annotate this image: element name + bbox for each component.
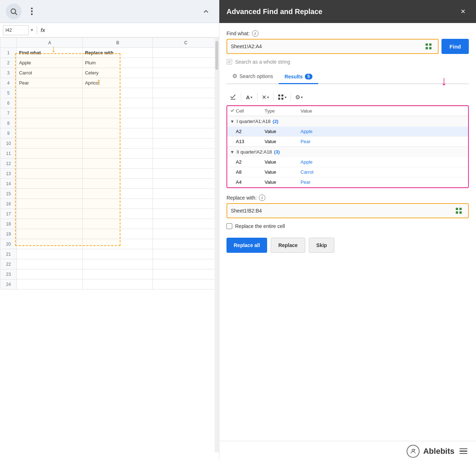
cell-b22[interactable] — [83, 259, 153, 269]
more-options-button[interactable] — [26, 6, 37, 17]
result-row-g2-a4[interactable]: A4 Value Pear — [227, 177, 468, 187]
cell-b12[interactable] — [83, 159, 153, 169]
table-row[interactable]: 1Find whatReplace with — [0, 48, 219, 58]
cell-a17[interactable] — [17, 209, 83, 219]
cell-b16[interactable] — [83, 199, 153, 209]
cell-c18[interactable] — [153, 219, 219, 229]
table-row[interactable]: 6 — [0, 98, 219, 108]
table-row[interactable]: 15 — [0, 189, 219, 199]
cell-b17[interactable] — [83, 209, 153, 219]
result-row-g1-a13[interactable]: A13 Value Pear — [227, 137, 468, 146]
cell-c7[interactable] — [153, 108, 219, 118]
table-row[interactable]: 4PearApricot — [0, 78, 219, 88]
font-color-btn[interactable]: A ▾ — [243, 91, 256, 104]
table-row[interactable]: 10 — [0, 138, 219, 149]
grid-view-btn[interactable]: ▾ — [275, 91, 289, 104]
cell-c13[interactable] — [153, 169, 219, 179]
cell-b11[interactable] — [83, 149, 153, 159]
cell-c5[interactable] — [153, 88, 219, 98]
cell-a6[interactable] — [17, 98, 83, 108]
table-row[interactable]: 12 — [0, 159, 219, 169]
table-row[interactable]: 2ApplePlum — [0, 58, 219, 68]
table-row[interactable]: 20 — [0, 239, 219, 249]
table-row[interactable]: 5 — [0, 88, 219, 98]
cell-c14[interactable] — [153, 179, 219, 189]
cell-b23[interactable] — [83, 269, 153, 279]
cell-reference-box[interactable]: I42 — [3, 25, 29, 35]
cell-b20[interactable] — [83, 239, 153, 249]
search-whole-string-checkbox[interactable]: ✓ — [226, 59, 232, 65]
cell-b13[interactable] — [83, 169, 153, 179]
table-row[interactable]: 22 — [0, 259, 219, 269]
cell-a18[interactable] — [17, 219, 83, 229]
cell-b19[interactable] — [83, 229, 153, 239]
cell-b18[interactable] — [83, 219, 153, 229]
results-group-1-header[interactable]: ▼ I quarter!A1:A18 (2) — [227, 116, 468, 127]
replace-button[interactable]: Replace — [271, 238, 305, 253]
cell-a4[interactable]: Pear — [17, 78, 83, 88]
cell-c23[interactable] — [153, 269, 219, 279]
table-row[interactable]: 23 — [0, 269, 219, 279]
cell-a12[interactable] — [17, 159, 83, 169]
result-row-g1-a2[interactable]: A2 Value Apple — [227, 127, 468, 137]
cell-b4[interactable]: Apricot — [83, 78, 153, 88]
cell-b3[interactable]: Celery — [83, 68, 153, 78]
result-row-g2-a8[interactable]: A8 Value Carrot — [227, 167, 468, 177]
spreadsheet-table[interactable]: A B C 1Find whatReplace with2ApplePlum3C… — [0, 37, 219, 289]
cell-c2[interactable] — [153, 58, 219, 68]
replace-entire-cell-checkbox[interactable] — [226, 223, 232, 229]
cell-c17[interactable] — [153, 209, 219, 219]
cell-c11[interactable] — [153, 149, 219, 159]
replace-grid-icon-btn[interactable] — [453, 205, 464, 216]
cell-c8[interactable] — [153, 118, 219, 128]
table-row[interactable]: 9 — [0, 128, 219, 138]
cell-c21[interactable] — [153, 249, 219, 259]
cell-c22[interactable] — [153, 259, 219, 269]
tab-results[interactable]: Results 5 — [279, 71, 318, 84]
cell-c1[interactable] — [153, 48, 219, 58]
table-row[interactable]: 18 — [0, 219, 219, 229]
table-row[interactable]: 7 — [0, 108, 219, 118]
footer-menu-button[interactable] — [458, 447, 469, 456]
grid-container[interactable]: ↓ ↑ A B C 1Find whatReplace with2ApplePl… — [0, 37, 219, 461]
find-info-icon[interactable]: i — [252, 30, 258, 37]
cell-a1[interactable]: Find what — [17, 48, 83, 58]
cell-b9[interactable] — [83, 128, 153, 138]
cell-a22[interactable] — [17, 259, 83, 269]
cell-a16[interactable] — [17, 199, 83, 209]
cell-c9[interactable] — [153, 128, 219, 138]
cell-a19[interactable] — [17, 229, 83, 239]
search-button[interactable] — [6, 4, 22, 19]
cell-c16[interactable] — [153, 199, 219, 209]
cell-b6[interactable] — [83, 98, 153, 108]
cell-b15[interactable] — [83, 189, 153, 199]
cell-c24[interactable] — [153, 279, 219, 289]
cell-c19[interactable] — [153, 229, 219, 239]
table-row[interactable]: 8 — [0, 118, 219, 128]
cell-b1[interactable]: Replace with — [83, 48, 153, 58]
cell-a23[interactable] — [17, 269, 83, 279]
cell-c15[interactable] — [153, 189, 219, 199]
cell-a24[interactable] — [17, 279, 83, 289]
cell-ref-dropdown-icon[interactable]: ▾ — [31, 28, 33, 32]
cell-a15[interactable] — [17, 189, 83, 199]
table-row[interactable]: 16 — [0, 199, 219, 209]
cell-b7[interactable] — [83, 108, 153, 118]
table-row[interactable]: 13 — [0, 169, 219, 179]
find-grid-icon-btn[interactable] — [423, 41, 434, 52]
cell-a9[interactable] — [17, 128, 83, 138]
cell-c6[interactable] — [153, 98, 219, 108]
checkmark-equals-btn[interactable] — [226, 91, 239, 104]
table-row[interactable]: 14 — [0, 179, 219, 189]
clear-btn[interactable]: ✕ ▾ — [259, 91, 272, 104]
cell-c12[interactable] — [153, 159, 219, 169]
cell-b24[interactable] — [83, 279, 153, 289]
cell-b8[interactable] — [83, 118, 153, 128]
tab-search-options[interactable]: ⚙ Search options — [226, 70, 279, 84]
cell-a2[interactable]: Apple — [17, 58, 83, 68]
table-row[interactable]: 11 — [0, 149, 219, 159]
replace-input-box[interactable]: Sheet1!B2:B4 — [226, 203, 469, 218]
cell-a7[interactable] — [17, 108, 83, 118]
result-row-g2-a2[interactable]: A2 Value Apple — [227, 157, 468, 167]
table-row[interactable]: 17 — [0, 209, 219, 219]
